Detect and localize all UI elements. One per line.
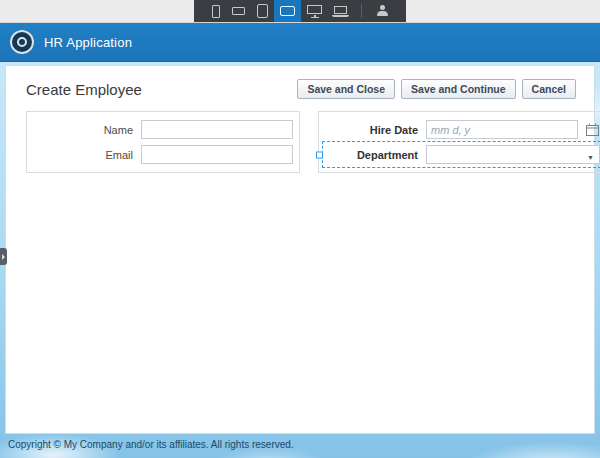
form-box-left: Name Email [26,111,300,173]
action-button-group: Save and Close Save and Continue Cancel [297,79,576,99]
dropdown-arrow-icon [587,146,594,164]
tablet-landscape-glyph [280,6,295,16]
app-title: HR Application [44,35,132,50]
app-header: HR Application [0,23,600,62]
page-header: Create Employee Save and Close Save and … [6,66,594,99]
device-toolbar [0,0,600,23]
laptop-glyph [334,6,347,14]
footer-copyright: Copyright © My Company and/or its affili… [8,439,294,450]
laptop-icon[interactable] [328,0,353,22]
user-glyph [376,5,388,17]
app-logo-icon [10,30,34,54]
device-strip [194,0,406,22]
email-input[interactable] [141,145,293,164]
calendar-icon[interactable] [586,123,600,136]
page-background: Create Employee Save and Close Save and … [0,62,600,458]
cancel-button[interactable]: Cancel [522,79,576,99]
calendar-glyph [586,123,599,136]
department-label: Department [323,149,418,161]
phone-portrait-glyph [212,5,220,18]
tablet-portrait-glyph [257,4,268,18]
hire-date-label: Hire Date [323,124,418,136]
content-panel: Create Employee Save and Close Save and … [5,65,595,434]
hire-date-input[interactable] [426,120,578,139]
toolbar-divider [361,4,362,18]
form-box-right: Hire Date Depart [318,111,600,173]
form-area: Name Email Hire Date [6,99,594,173]
tablet-landscape-icon[interactable] [274,0,301,22]
email-label: Email [33,149,133,161]
collapsed-panel-handle[interactable] [0,248,7,265]
department-field-row[interactable]: Department [323,142,600,167]
desktop-icon[interactable] [301,0,328,22]
email-field-row: Email [33,142,293,167]
tablet-portrait-icon[interactable] [251,0,274,22]
user-menu-icon[interactable] [370,0,394,22]
save-and-close-button[interactable]: Save and Close [297,79,395,99]
phone-landscape-glyph [232,7,245,15]
desktop-glyph [307,5,322,14]
department-select[interactable] [426,145,600,164]
app-window: HR Application Create Employee Save and … [0,0,600,458]
name-field-row: Name [33,117,293,142]
page-title: Create Employee [26,81,142,98]
phone-portrait-icon[interactable] [206,0,226,22]
name-input[interactable] [141,120,293,139]
phone-landscape-icon[interactable] [226,0,251,22]
hire-date-field-row: Hire Date [323,117,600,142]
save-and-continue-button[interactable]: Save and Continue [401,79,516,99]
name-label: Name [33,124,133,136]
selection-handle-left[interactable] [316,151,323,158]
